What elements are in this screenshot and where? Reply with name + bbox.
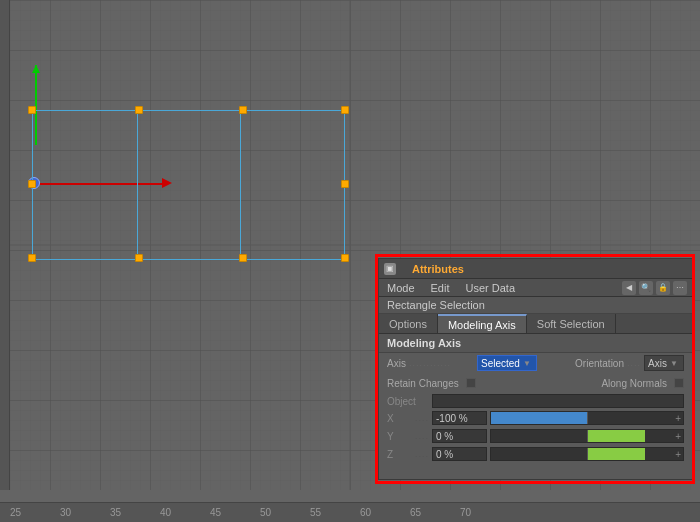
ruler-marks: 25 30 35 40 45 50 55 60 65 70 bbox=[10, 507, 700, 518]
y-axis-arrow bbox=[32, 65, 40, 73]
handle-mr bbox=[341, 180, 349, 188]
handle-bm bbox=[135, 254, 143, 262]
viewport: ▣ Attributes Mode Edit User Data ◀ 🔍 🔒 ⋯… bbox=[0, 0, 700, 522]
axis-dots: ............ bbox=[409, 358, 451, 368]
panel-menubar: Mode Edit User Data ◀ 🔍 🔒 ⋯ bbox=[379, 279, 692, 297]
object-value-box[interactable] bbox=[432, 394, 684, 408]
ruler-mark-60: 60 bbox=[360, 507, 410, 518]
along-label: Along Normals bbox=[601, 378, 667, 389]
panel-icon: ▣ bbox=[384, 263, 396, 275]
x-slider-center bbox=[587, 412, 588, 424]
axis-dropdown-arrow: ▼ bbox=[523, 359, 531, 368]
x-slider[interactable]: + bbox=[490, 411, 684, 425]
orientation-dots: .... bbox=[627, 358, 641, 368]
search-icon[interactable]: 🔍 bbox=[639, 281, 653, 295]
handle-br bbox=[341, 254, 349, 262]
y-row: Y .... 0 % + bbox=[379, 427, 692, 445]
x-value-box[interactable]: -100 % bbox=[432, 411, 487, 425]
y-slider-plus: + bbox=[675, 431, 681, 442]
object-field: Object bbox=[379, 393, 692, 409]
axis-label: Axis bbox=[387, 358, 406, 369]
ruler-mark-65: 65 bbox=[410, 507, 460, 518]
orientation-dropdown-arrow: ▼ bbox=[670, 359, 678, 368]
retain-checkbox[interactable] bbox=[466, 378, 476, 388]
handle-bm2 bbox=[239, 254, 247, 262]
z-slider[interactable]: + bbox=[490, 447, 684, 461]
ruler-mark-70: 70 bbox=[460, 507, 510, 518]
z-slider-fill bbox=[587, 448, 645, 460]
y-label: Y bbox=[387, 431, 412, 442]
menu-mode[interactable]: Mode bbox=[384, 282, 418, 294]
ruler-mark-50: 50 bbox=[260, 507, 310, 518]
orientation-label: Orientation bbox=[575, 358, 624, 369]
z-value-box[interactable]: 0 % bbox=[432, 447, 487, 461]
x-slider-fill bbox=[491, 412, 587, 424]
z-label: Z bbox=[387, 449, 412, 460]
menu-edit[interactable]: Edit bbox=[428, 282, 453, 294]
x-slider-plus: + bbox=[675, 413, 681, 424]
tab-modeling-axis[interactable]: Modeling Axis bbox=[438, 314, 527, 333]
x-row: X .... -100 % + bbox=[379, 409, 692, 427]
section-label: Rectangle Selection bbox=[379, 297, 692, 314]
retain-label: Retain Changes bbox=[387, 378, 459, 389]
tab-soft-selection[interactable]: Soft Selection bbox=[527, 314, 616, 333]
handle-bl bbox=[28, 254, 36, 262]
y-value-box[interactable]: 0 % bbox=[432, 429, 487, 443]
nav-left-icon[interactable]: ◀ bbox=[622, 281, 636, 295]
z-dots: .... bbox=[415, 449, 429, 459]
axis-row: Axis ............ Selected ▼ Orientation… bbox=[379, 353, 692, 373]
ruler-mark-40: 40 bbox=[160, 507, 210, 518]
z-row: Z .... 0 % + bbox=[379, 445, 692, 463]
ruler-mark-45: 45 bbox=[210, 507, 260, 518]
y-slider-fill bbox=[587, 430, 645, 442]
panel-title: Attributes bbox=[412, 263, 464, 275]
retain-row: Retain Changes Along Normals bbox=[379, 373, 692, 393]
z-slider-plus: + bbox=[675, 449, 681, 460]
handle-tr-mid bbox=[239, 106, 247, 114]
ruler-mark-25: 25 bbox=[10, 507, 60, 518]
x-axis-arrow bbox=[162, 178, 172, 188]
ruler-mark-30: 30 bbox=[60, 507, 110, 518]
panel-right-icons: ◀ 🔍 🔒 ⋯ bbox=[622, 281, 687, 295]
lock-icon[interactable]: 🔒 bbox=[656, 281, 670, 295]
y-dots: .... bbox=[415, 431, 429, 441]
z-slider-center bbox=[587, 448, 588, 460]
handle-tl bbox=[28, 106, 36, 114]
axis-dropdown[interactable]: Selected ▼ bbox=[477, 355, 537, 371]
attributes-panel: ▣ Attributes Mode Edit User Data ◀ 🔍 🔒 ⋯… bbox=[378, 258, 693, 480]
ruler-mark-55: 55 bbox=[310, 507, 360, 518]
menu-userdata[interactable]: User Data bbox=[463, 282, 519, 294]
orientation-dropdown[interactable]: Axis ▼ bbox=[644, 355, 684, 371]
ruler: 25 30 35 40 45 50 55 60 65 70 bbox=[0, 502, 700, 522]
tabs-row: Options Modeling Axis Soft Selection bbox=[379, 314, 692, 334]
along-checkbox[interactable] bbox=[674, 378, 684, 388]
object-label: Object bbox=[387, 396, 432, 407]
ruler-mark-35: 35 bbox=[110, 507, 160, 518]
more-icon[interactable]: ⋯ bbox=[673, 281, 687, 295]
y-slider-center bbox=[587, 430, 588, 442]
section-title: Modeling Axis bbox=[379, 334, 692, 353]
y-slider[interactable]: + bbox=[490, 429, 684, 443]
handle-tr bbox=[341, 106, 349, 114]
x-label: X bbox=[387, 413, 412, 424]
tab-options[interactable]: Options bbox=[379, 314, 438, 333]
handle-tm bbox=[135, 106, 143, 114]
left-panel bbox=[0, 0, 10, 490]
x-dots: .... bbox=[415, 413, 429, 423]
handle-ml bbox=[28, 180, 36, 188]
panel-header: ▣ Attributes bbox=[379, 259, 692, 279]
